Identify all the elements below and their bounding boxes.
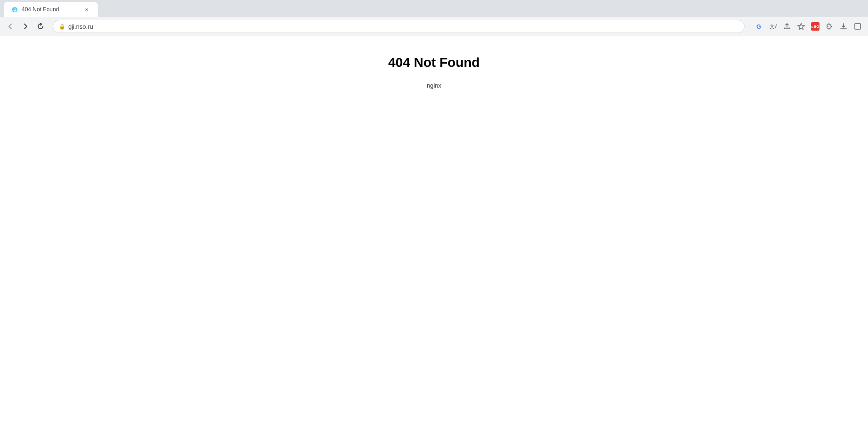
error-heading: 404 Not Found	[388, 55, 479, 70]
page-content: 404 Not Found nginx	[0, 36, 868, 425]
star-icon	[797, 23, 805, 30]
browser-toolbar: 🔒 gji.nso.ru G 文A	[0, 17, 868, 36]
download-button[interactable]	[837, 20, 850, 33]
translate-icon: 文A	[769, 22, 777, 31]
tab-close-button[interactable]: ✕	[83, 6, 90, 13]
address-bar[interactable]: 🔒 gji.nso.ru	[53, 20, 745, 33]
divider	[9, 78, 859, 78]
window-button[interactable]	[851, 20, 864, 33]
browser-chrome: 🌐 404 Not Found ✕ 🔒 gji.ns	[0, 0, 868, 36]
active-tab[interactable]: 🌐 404 Not Found ✕	[4, 2, 98, 17]
google-button[interactable]: G	[752, 20, 765, 33]
svg-rect-2	[855, 24, 860, 29]
google-icon: G	[754, 22, 763, 31]
url-text: gji.nso.ru	[68, 23, 738, 30]
ublock-icon: uBO	[811, 22, 819, 31]
ublock-button[interactable]: uBO	[809, 20, 822, 33]
download-icon	[840, 23, 847, 30]
share-icon	[783, 23, 791, 30]
share-button[interactable]	[780, 20, 794, 33]
tab-favicon: 🌐	[11, 6, 18, 13]
server-label: nginx	[427, 82, 441, 89]
back-button[interactable]	[4, 20, 17, 33]
lock-icon: 🔒	[59, 24, 65, 30]
forward-button[interactable]	[19, 20, 32, 33]
bookmark-button[interactable]	[795, 20, 808, 33]
tab-title: 404 Not Found	[22, 6, 79, 13]
error-container: 404 Not Found nginx	[9, 46, 859, 89]
extensions-button[interactable]	[823, 20, 836, 33]
reload-button[interactable]	[34, 20, 47, 33]
toolbar-icons: G 文A uB	[752, 20, 864, 33]
maximize-icon	[854, 23, 861, 30]
extensions-icon	[826, 23, 833, 30]
translate-button[interactable]: 文A	[766, 20, 779, 33]
tab-bar: 🌐 404 Not Found ✕	[0, 0, 868, 17]
svg-text:文A: 文A	[770, 24, 777, 29]
